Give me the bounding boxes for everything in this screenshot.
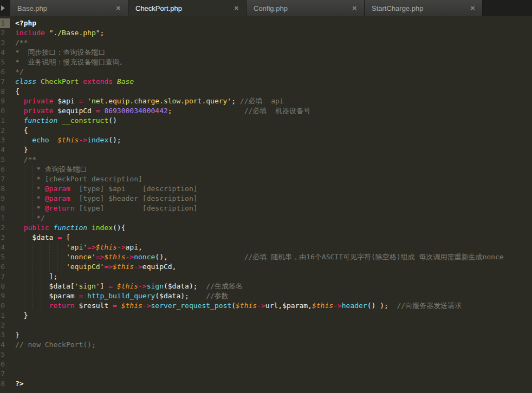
code-editor[interactable]: <?phpinclude "./Base.php";/*** 同步接口：查询设备… (10, 16, 532, 393)
code-token: 'nonce' (66, 253, 96, 261)
indent-guide (32, 204, 33, 213)
indent-guide (24, 204, 24, 213)
code-token: index (87, 136, 108, 144)
code-token: [type] $api [description] (70, 185, 198, 193)
code-token (15, 116, 24, 125)
code-line: /** (15, 155, 532, 165)
code-line: * 业务说明：慢充设备端口查询。 (15, 57, 532, 67)
code-token: private (24, 107, 54, 115)
code-token: /** (15, 38, 28, 47)
tab-startcharge-php[interactable]: StartCharge.php✕ (365, 0, 483, 16)
code-token: ] (100, 282, 109, 290)
code-token: function (53, 224, 87, 232)
tab-close-icon[interactable]: ✕ (470, 5, 475, 12)
code-line: */ (15, 213, 532, 223)
code-line: $data = [ (15, 233, 532, 243)
indent-guide (24, 174, 24, 184)
indent-guide (49, 262, 50, 272)
line-number: 5 (0, 57, 10, 67)
code-token: header (342, 302, 367, 310)
line-number: 27 (0, 272, 10, 281)
line-number: 28 (0, 281, 10, 291)
code-token: ?> (15, 379, 24, 388)
code-token: CheckPort (41, 77, 79, 86)
code-token: -> (142, 302, 151, 310)
indent-guide (32, 194, 33, 204)
indent-guide (24, 243, 24, 252)
code-line: function __construct() (15, 116, 532, 126)
code-token (15, 224, 24, 232)
code-token: = (108, 282, 113, 290)
tab-close-icon[interactable]: ✕ (352, 5, 357, 12)
code-token (57, 116, 62, 125)
code-line: $param = http_build_query($data); //参数 (15, 291, 532, 301)
code-line: <?php (15, 18, 532, 28)
tab-checkport-php[interactable]: CheckPort.php✕ (128, 0, 246, 16)
line-number: 6 (0, 67, 10, 77)
indent-guide (32, 301, 33, 311)
line-number: 29 (0, 291, 10, 301)
code-token: // new CheckPort(); (15, 340, 96, 349)
code-line: private $api = 'net.equip.charge.slow.po… (15, 96, 532, 106)
indent-guide (32, 252, 33, 262)
tab-config-php[interactable]: Config.php✕ (246, 0, 365, 16)
code-token: http_build_query (87, 292, 155, 300)
code-line: { (15, 126, 532, 135)
code-line: */ (15, 67, 532, 77)
code-token: */ (15, 214, 45, 222)
code-line: return $result = $this->server_request_p… (15, 301, 532, 311)
tab-close-icon[interactable]: ✕ (116, 5, 121, 12)
code-token: -> (79, 136, 87, 144)
line-number: 21 (0, 213, 10, 223)
code-token: } (15, 311, 28, 319)
code-token: ; (231, 97, 240, 105)
tab-label: StartCharge.php (372, 4, 482, 12)
code-token (117, 302, 121, 310)
code-line: echo $this->index(); (15, 135, 532, 145)
code-token: @return (45, 204, 75, 212)
code-token: (); (108, 136, 121, 144)
code-token: public (24, 224, 49, 232)
tab-overflow-arrow-icon[interactable] (0, 0, 10, 16)
code-token (45, 29, 49, 37)
line-number: 26 (0, 262, 10, 272)
code-line: * @param [type] $api [description] (15, 184, 532, 194)
code-token: __construct (62, 116, 108, 125)
code-token: function (24, 116, 58, 125)
code-token: $result (75, 302, 113, 310)
code-token: //必填 机器设备号 (244, 107, 310, 115)
code-token: $api (53, 97, 79, 105)
code-line: public function index(){ (15, 223, 532, 233)
code-token: $equipCd (53, 107, 95, 115)
indent-guide (32, 262, 33, 272)
code-token (113, 282, 117, 290)
line-number: 14 (0, 145, 10, 155)
indent-guide (41, 262, 41, 272)
code-token: } (15, 331, 20, 339)
code-line (15, 320, 532, 330)
code-token: Base (117, 77, 134, 86)
indent-guide (41, 281, 41, 291)
line-number: 3 (0, 38, 10, 48)
tab-bar: Base.php✕CheckPort.php✕Config.php✕StartC… (0, 0, 532, 16)
indent-guide (24, 184, 24, 194)
code-token (49, 136, 58, 144)
code-line: * 查询设备端口 (15, 165, 532, 174)
code-token: (){ (113, 224, 125, 232)
line-number: 15 (0, 155, 10, 165)
code-token: url,$param, (265, 302, 312, 310)
code-token: [type] $header [description] (70, 194, 198, 202)
code-line: * @param [type] $header [description] (15, 194, 532, 204)
indent-guide (24, 213, 24, 223)
code-token: return (49, 302, 75, 310)
code-token: ( (231, 302, 236, 310)
tab-close-icon[interactable]: ✕ (234, 5, 239, 12)
code-token: $this (113, 263, 134, 271)
code-token: //必填 api (240, 97, 284, 105)
code-token: { (15, 87, 20, 95)
code-token: //生成签名 (206, 282, 243, 290)
code-line: /** (15, 38, 532, 48)
line-number: 32 (0, 320, 10, 330)
tab-base-php[interactable]: Base.php✕ (10, 0, 128, 16)
line-number: 34 (0, 340, 10, 350)
